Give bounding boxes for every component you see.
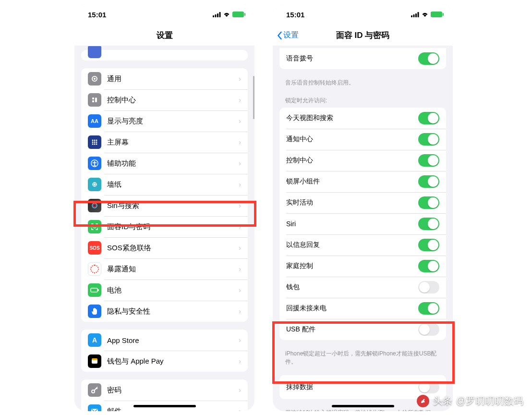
svg-rect-34 bbox=[418, 12, 419, 17]
home-indicator[interactable] bbox=[133, 405, 196, 407]
row-label: 家庭控制 bbox=[286, 262, 418, 270]
chevron-icon: › bbox=[239, 202, 241, 209]
chevron-icon: › bbox=[239, 75, 241, 83]
status-time: 15:01 bbox=[286, 11, 304, 19]
battery-icon-row bbox=[88, 283, 101, 297]
toggle-reply-message[interactable] bbox=[418, 239, 439, 251]
row-home-screen[interactable]: 主屏幕 › bbox=[81, 132, 248, 153]
row-reply-message: 以信息回复 bbox=[279, 234, 446, 256]
toggle-home-control[interactable] bbox=[418, 260, 439, 272]
row-label: 主屏幕 bbox=[107, 138, 239, 147]
row-exposure[interactable]: 暴露通知 › bbox=[81, 258, 248, 280]
svg-point-17 bbox=[96, 144, 97, 145]
row-voice-dial: 语音拨号 bbox=[279, 48, 446, 69]
row-usb-accessories: USB 配件 bbox=[279, 319, 446, 340]
row-label: 面容ID与密码 bbox=[107, 222, 239, 232]
row-today-view: 今天视图和搜索 bbox=[279, 108, 446, 129]
svg-rect-25 bbox=[91, 288, 97, 292]
svg-point-23 bbox=[93, 226, 94, 227]
watermark: 头条 @罗叨叨叨数码 bbox=[417, 394, 523, 407]
toggle-control-center[interactable] bbox=[418, 154, 439, 167]
row-label: 隐私与安全性 bbox=[107, 307, 239, 316]
signal-icon bbox=[411, 11, 419, 19]
svg-rect-26 bbox=[98, 289, 99, 291]
row-general[interactable]: 通用 › bbox=[81, 68, 248, 89]
row-label: 暴露通知 bbox=[107, 265, 239, 274]
row-control-center[interactable]: 控制中心 › bbox=[81, 89, 248, 110]
toggle-wallet[interactable] bbox=[418, 281, 439, 293]
row-privacy[interactable]: 隐私与安全性 › bbox=[81, 301, 248, 322]
row-appstore[interactable]: A App Store › bbox=[81, 330, 248, 351]
svg-point-9 bbox=[92, 140, 94, 141]
toggle-today-view[interactable] bbox=[418, 112, 439, 124]
settings-content: 通用 › 控制中心 › AA 显示与亮度 › 主屏幕 › 辅助功能 › bbox=[74, 46, 254, 411]
faceid-icon bbox=[88, 220, 101, 233]
status-icons bbox=[213, 11, 244, 19]
partial-icon bbox=[88, 46, 101, 58]
mail-icon bbox=[88, 404, 101, 411]
chevron-icon: › bbox=[239, 336, 241, 344]
partial-row-top[interactable] bbox=[81, 50, 248, 61]
back-button[interactable]: 设置 bbox=[277, 30, 299, 40]
svg-rect-3 bbox=[219, 12, 221, 17]
svg-rect-6 bbox=[92, 98, 94, 99]
row-wallet[interactable]: 钱包与 Apple Pay › bbox=[81, 351, 248, 372]
watermark-logo-icon bbox=[417, 395, 429, 407]
chevron-icon: › bbox=[239, 181, 241, 188]
row-passwords[interactable]: 密码 › bbox=[81, 379, 248, 401]
home-indicator[interactable] bbox=[332, 405, 394, 407]
row-control-center: 控制中心 bbox=[279, 150, 446, 171]
toggle-notification-center[interactable] bbox=[418, 133, 439, 146]
svg-point-12 bbox=[92, 142, 94, 143]
row-display[interactable]: AA 显示与亮度 › bbox=[81, 110, 248, 132]
chevron-icon: › bbox=[239, 159, 241, 167]
appstore-icon: A bbox=[88, 333, 101, 347]
row-siri[interactable]: Siri与搜索 › bbox=[81, 195, 248, 216]
scroll-indicator[interactable] bbox=[253, 76, 254, 119]
svg-point-11 bbox=[96, 140, 97, 141]
svg-rect-1 bbox=[215, 14, 217, 17]
row-label: USB 配件 bbox=[286, 325, 418, 334]
wallet-icon bbox=[88, 354, 101, 368]
row-sos[interactable]: SOS SOS紧急联络 › bbox=[81, 237, 248, 258]
svg-point-14 bbox=[96, 142, 97, 143]
status-time: 15:01 bbox=[88, 11, 106, 19]
privacy-icon bbox=[88, 305, 101, 318]
row-label: 回援未接来电 bbox=[286, 304, 418, 313]
nav-bar: 设置 面容 ID 与密码 bbox=[273, 25, 453, 46]
watermark-text: @罗叨叨叨数码 bbox=[456, 394, 523, 407]
svg-point-19 bbox=[94, 161, 96, 163]
toggle-erase-data[interactable] bbox=[418, 381, 439, 393]
toggle-live-activities[interactable] bbox=[418, 196, 439, 209]
row-home-control: 家庭控制 bbox=[279, 256, 446, 277]
erase-footer-1: 若连续10次输入错误密码，将抹掉此iPhone上的所有数据。 bbox=[273, 407, 453, 411]
row-wallpaper[interactable]: 墙纸 › bbox=[81, 174, 248, 195]
svg-point-5 bbox=[94, 78, 96, 80]
row-battery[interactable]: 电池 › bbox=[81, 280, 248, 301]
row-faceid[interactable]: 面容ID与密码 › bbox=[81, 216, 248, 237]
row-label: 密码 bbox=[107, 386, 239, 395]
row-notification-center: 通知中心 bbox=[279, 129, 446, 150]
svg-point-13 bbox=[94, 142, 96, 143]
chevron-icon: › bbox=[239, 223, 241, 231]
toggle-voice-dial[interactable] bbox=[418, 52, 439, 65]
toggle-lock-widgets[interactable] bbox=[418, 175, 439, 188]
row-label: 通知中心 bbox=[286, 135, 418, 144]
row-label: App Store bbox=[107, 336, 239, 344]
toggle-return-calls[interactable] bbox=[418, 302, 439, 315]
row-label: 控制中心 bbox=[107, 96, 239, 105]
svg-rect-33 bbox=[415, 13, 417, 17]
display-icon: AA bbox=[88, 114, 101, 128]
svg-point-10 bbox=[94, 140, 96, 141]
accessibility-icon bbox=[88, 157, 101, 170]
toggle-usb-accessories[interactable] bbox=[418, 323, 439, 336]
toggle-siri[interactable] bbox=[418, 218, 439, 230]
svg-rect-28 bbox=[92, 358, 97, 360]
row-accessibility[interactable]: 辅助功能 › bbox=[81, 153, 248, 174]
row-wallet: 钱包 bbox=[279, 277, 446, 298]
usb-footer: iPhone锁定超过一小时后，需先解锁iPhone才能连接USB配件。 bbox=[273, 348, 453, 369]
watermark-prefix: 头条 bbox=[433, 394, 452, 407]
chevron-icon: › bbox=[239, 117, 241, 125]
status-icons bbox=[411, 11, 442, 19]
voice-dial-footer: 音乐语音控制转始终启用。 bbox=[273, 77, 453, 90]
